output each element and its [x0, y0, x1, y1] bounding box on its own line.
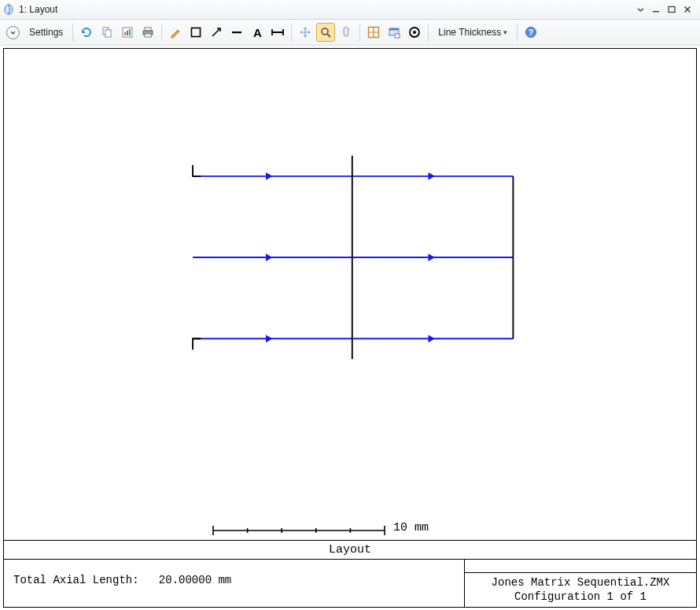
layout-title: Layout	[4, 540, 696, 560]
svg-marker-31	[429, 336, 433, 342]
scale-label: 10 mm	[393, 521, 429, 534]
toolbar-separator	[359, 24, 360, 41]
svg-point-20	[413, 31, 416, 34]
total-axial-length: Total Axial Length: 20.00000 mm	[4, 560, 464, 607]
svg-marker-29	[429, 255, 433, 261]
svg-marker-30	[267, 336, 271, 342]
text-tool-button[interactable]: A	[248, 23, 267, 42]
scale-bar	[210, 523, 388, 538]
minimize-button[interactable]	[648, 2, 664, 17]
copy-button[interactable]	[98, 23, 116, 42]
svg-rect-17	[389, 28, 399, 31]
info-empty-cell	[465, 560, 696, 572]
pencil-tool-button[interactable]	[166, 23, 185, 42]
svg-text:?: ?	[529, 28, 533, 37]
svg-marker-27	[429, 174, 433, 179]
svg-rect-7	[127, 31, 128, 35]
maximize-button[interactable]	[664, 2, 680, 17]
svg-rect-9	[145, 28, 151, 31]
svg-point-14	[322, 28, 328, 35]
app-icon	[3, 3, 16, 16]
pan-tool-button[interactable]	[296, 23, 315, 42]
toolbar-separator	[161, 24, 162, 41]
chevron-down-icon: ▾	[503, 28, 507, 36]
svg-rect-1	[653, 11, 659, 12]
dropdown-button[interactable]	[632, 2, 648, 17]
arrow-tool-button[interactable]	[207, 23, 226, 42]
expand-settings-button[interactable]	[3, 23, 22, 42]
svg-marker-28	[267, 255, 271, 261]
svg-rect-8	[129, 29, 131, 35]
info-panel: Total Axial Length: 20.00000 mm Jones Ma…	[4, 560, 696, 607]
print-button[interactable]	[138, 23, 157, 42]
window-title: 1: Layout	[19, 4, 57, 15]
settings-button[interactable]: Settings	[24, 23, 68, 42]
toolbar-separator	[72, 24, 73, 41]
line-tool-button[interactable]	[227, 23, 246, 42]
line-thickness-label: Line Thickness	[438, 27, 501, 38]
letter-a-icon: A	[253, 26, 262, 39]
close-button[interactable]	[680, 2, 695, 17]
help-button[interactable]: ?	[521, 23, 540, 42]
fit-window-button[interactable]	[364, 23, 383, 42]
save-chart-button[interactable]	[118, 23, 137, 42]
svg-rect-6	[124, 32, 126, 35]
layout-canvas[interactable]: 10 mm Layout Total Axial Length: 20.0000…	[3, 48, 697, 608]
svg-point-0	[5, 5, 13, 14]
rotate-tool-button[interactable]	[337, 23, 356, 42]
file-config-cell: Jones Matrix Sequential.ZMX Configuratio…	[465, 572, 696, 607]
target-button[interactable]	[405, 23, 424, 42]
svg-rect-18	[395, 34, 400, 38]
toolbar-separator	[291, 24, 292, 41]
svg-rect-13	[232, 31, 241, 33]
zoom-tool-button[interactable]	[316, 23, 335, 42]
svg-rect-4	[105, 30, 111, 37]
svg-rect-2	[669, 7, 675, 13]
refresh-button[interactable]	[77, 23, 96, 42]
svg-marker-26	[267, 174, 271, 179]
toolbar: Settings	[0, 20, 700, 46]
window-options-button[interactable]	[385, 23, 403, 42]
svg-rect-12	[192, 28, 201, 37]
toolbar-separator	[428, 24, 429, 41]
line-thickness-dropdown[interactable]: Line Thickness ▾	[433, 23, 513, 42]
toolbar-separator	[517, 24, 518, 41]
dimension-tool-button[interactable]	[268, 23, 287, 42]
svg-rect-11	[145, 34, 151, 37]
rectangle-tool-button[interactable]	[186, 23, 205, 42]
titlebar: 1: Layout	[0, 0, 700, 20]
ray-diagram	[4, 49, 696, 488]
